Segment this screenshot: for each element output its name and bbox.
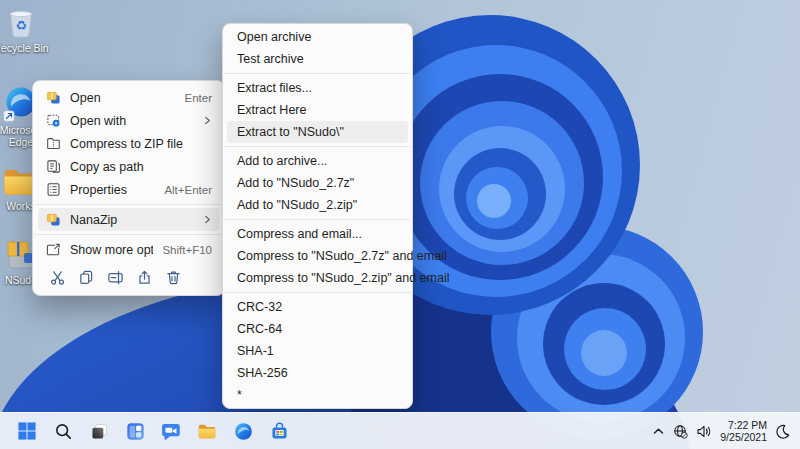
chat-icon — [161, 422, 181, 441]
menu-item-open[interactable]: Open Enter — [38, 86, 219, 109]
submenu-item-extract-here[interactable]: Extract Here — [227, 99, 408, 121]
task-view-icon — [90, 422, 109, 441]
chat-button[interactable] — [157, 417, 185, 445]
store-icon — [270, 422, 289, 441]
submenu-item-add-to-zip[interactable]: Add to "NSudo_2.zip" — [227, 194, 408, 216]
submenu-item-extract-files[interactable]: Extract files... — [227, 77, 408, 99]
submenu-item-label: Add to archive... — [237, 154, 327, 168]
taskbar-clock[interactable]: 7:22 PM 9/25/2021 — [720, 419, 767, 444]
rename-icon[interactable] — [106, 268, 124, 286]
menu-separator — [224, 73, 411, 74]
tray-chevron-up-icon[interactable] — [652, 425, 665, 438]
submenu-item-test-archive[interactable]: Test archive — [227, 48, 408, 70]
submenu-item-label: Extract Here — [237, 103, 306, 117]
taskbar: 7:22 PM 9/25/2021 — [0, 412, 800, 449]
menu-item-label: Open with — [70, 114, 194, 128]
submenu-item-label: Open archive — [237, 30, 311, 44]
submenu-item-label: Extract to "NSudo\" — [237, 125, 344, 139]
submenu-item-label: Compress and email... — [237, 227, 362, 241]
submenu-item-label: Compress to "NSudo_2.7z" and email — [237, 249, 447, 263]
copy-path-icon — [45, 159, 61, 175]
submenu-chevron-icon — [203, 213, 212, 227]
quick-action-row — [38, 265, 219, 289]
start-button[interactable] — [13, 417, 41, 445]
menu-item-show-more-options[interactable]: Show more options Shift+F10 — [38, 238, 219, 261]
windows-logo-icon — [17, 421, 37, 441]
menu-item-label: Copy as path — [70, 160, 212, 174]
submenu-item-label: * — [237, 388, 242, 402]
search-button[interactable] — [49, 417, 77, 445]
widgets-button[interactable] — [121, 417, 149, 445]
submenu-item-label: CRC-64 — [237, 322, 282, 336]
submenu-item-sha256[interactable]: SHA-256 — [227, 362, 408, 384]
network-icon[interactable] — [673, 424, 688, 439]
menu-item-properties[interactable]: Properties Alt+Enter — [38, 178, 219, 201]
nanazip-icon — [45, 212, 61, 228]
clock-date: 9/25/2021 — [720, 431, 767, 444]
menu-item-label: Show more options — [70, 243, 153, 257]
context-menu: Open Enter Open with — [32, 80, 225, 296]
menu-item-open-with[interactable]: Open with — [38, 109, 219, 132]
store-button[interactable] — [265, 417, 293, 445]
submenu-item-add-to-7z[interactable]: Add to "NSudo_2.7z" — [227, 172, 408, 194]
submenu-item-sha1[interactable]: SHA-1 — [227, 340, 408, 362]
menu-separator — [224, 146, 411, 147]
submenu-item-add-to-archive[interactable]: Add to archive... — [227, 150, 408, 172]
edge-icon — [234, 422, 253, 441]
submenu-item-crc64[interactable]: CRC-64 — [227, 318, 408, 340]
recycle-bin-icon: ♻ — [3, 6, 39, 40]
submenu-item-compress-7z-email[interactable]: Compress to "NSudo_2.7z" and email — [227, 245, 408, 267]
submenu-item-label: Add to "NSudo_2.zip" — [237, 198, 357, 212]
submenu-item-label: SHA-1 — [237, 344, 274, 358]
widgets-icon — [126, 422, 145, 441]
submenu-item-crc32[interactable]: CRC-32 — [227, 296, 408, 318]
delete-icon[interactable] — [164, 268, 182, 286]
svg-text:♻: ♻ — [15, 18, 27, 33]
submenu-item-label: Test archive — [237, 52, 304, 66]
menu-item-shortcut: Alt+Enter — [164, 184, 212, 196]
desktop: ♻ Recycle Bin Microsoft Edge — [0, 0, 800, 449]
show-more-icon — [45, 242, 61, 258]
menu-separator — [34, 204, 223, 205]
submenu-item-compress-zip-email[interactable]: Compress to "NSudo_2.zip" and email — [227, 267, 408, 289]
task-view-button[interactable] — [85, 417, 113, 445]
cut-icon[interactable] — [48, 268, 66, 286]
submenu-item-label: Compress to "NSudo_2.zip" and email — [237, 271, 449, 285]
menu-item-shortcut: Shift+F10 — [162, 244, 212, 256]
submenu-item-label: Extract files... — [237, 81, 312, 95]
edge-button[interactable] — [229, 417, 257, 445]
desktop-icon-label: Recycle Bin — [0, 42, 49, 54]
submenu-item-star[interactable]: * — [227, 384, 408, 406]
menu-item-label: Properties — [70, 183, 155, 197]
share-icon[interactable] — [135, 268, 153, 286]
submenu-item-compress-and-email[interactable]: Compress and email... — [227, 223, 408, 245]
copy-icon[interactable] — [77, 268, 95, 286]
menu-item-copy-as-path[interactable]: Copy as path — [38, 155, 219, 178]
properties-icon — [45, 182, 61, 198]
menu-item-nanazip[interactable]: NanaZip — [38, 208, 219, 231]
search-icon — [54, 422, 73, 441]
taskbar-buttons — [0, 417, 293, 445]
menu-separator — [224, 219, 411, 220]
focus-assist-moon-icon[interactable] — [775, 424, 790, 439]
menu-item-label: Compress to ZIP file — [70, 137, 212, 151]
submenu-chevron-icon — [203, 114, 212, 128]
submenu-item-label: CRC-32 — [237, 300, 282, 314]
menu-separator — [34, 234, 223, 235]
volume-icon[interactable] — [696, 424, 712, 439]
file-explorer-button[interactable] — [193, 417, 221, 445]
system-tray: 7:22 PM 9/25/2021 — [652, 419, 800, 444]
submenu-item-label: Add to "NSudo_2.7z" — [237, 176, 354, 190]
submenu-item-extract-to-nsudo[interactable]: Extract to "NSudo\" — [227, 121, 408, 143]
nanazip-submenu: Open archive Test archive Extract files.… — [222, 23, 413, 409]
menu-separator — [224, 292, 411, 293]
submenu-item-open-archive[interactable]: Open archive — [227, 26, 408, 48]
open-with-icon — [45, 113, 61, 129]
zip-folder-icon — [45, 136, 61, 152]
menu-item-label: Open — [70, 91, 176, 105]
menu-item-compress-to-zip[interactable]: Compress to ZIP file — [38, 132, 219, 155]
clock-time: 7:22 PM — [720, 419, 767, 432]
file-explorer-icon — [197, 422, 217, 441]
nanazip-file-icon — [45, 90, 61, 106]
desktop-icon-recycle-bin[interactable]: ♻ Recycle Bin — [0, 6, 53, 54]
